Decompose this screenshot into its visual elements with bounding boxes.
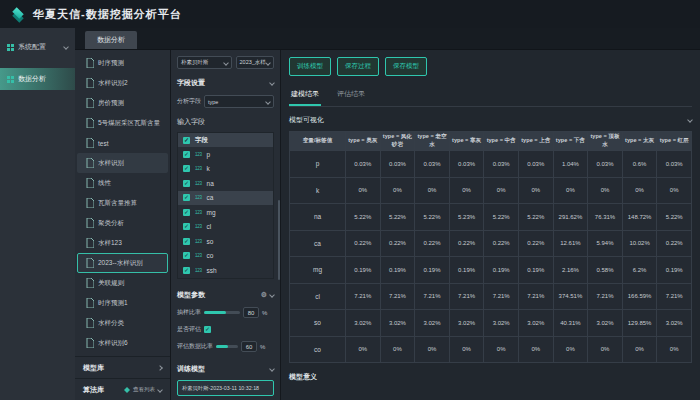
experiment-item[interactable]: 瓦斯含量推算 bbox=[77, 193, 168, 213]
experiment-item[interactable]: 线性 bbox=[77, 173, 168, 193]
field-settings-header[interactable]: 字段设置 bbox=[177, 78, 274, 88]
probability-table: 变量/标签值type = 奥灰type = 风化砂岩type = 老空水type… bbox=[289, 131, 692, 363]
input-fields-label: 输入字段 bbox=[177, 117, 274, 127]
field-checkbox[interactable]: ✓ bbox=[183, 252, 190, 259]
table-cell: 2.16% bbox=[554, 257, 589, 284]
field-row[interactable]: ✓123ssh bbox=[178, 263, 273, 278]
experiment-item[interactable]: 水样分类 bbox=[77, 313, 168, 333]
experiment-item[interactable]: 水样识别 bbox=[77, 153, 168, 173]
field-checkbox[interactable]: ✓ bbox=[183, 267, 190, 274]
experiment-item[interactable]: 聚类分析 bbox=[77, 213, 168, 233]
field-checkbox[interactable]: ✓ bbox=[183, 223, 190, 230]
sampling-ratio-value[interactable]: 80 bbox=[243, 307, 259, 318]
table-column-header: type = 奥灰 bbox=[346, 132, 381, 151]
experiment-item[interactable]: 水样识别2 bbox=[77, 73, 168, 93]
analysis-field-label: 分析字段 bbox=[177, 97, 201, 106]
evaluate-checkbox[interactable]: ✓ bbox=[204, 326, 211, 333]
table-cell: 0% bbox=[623, 178, 658, 205]
document-icon bbox=[86, 198, 94, 208]
field-name: so bbox=[207, 238, 214, 245]
field-name: co bbox=[207, 252, 214, 259]
table-cell: 5.22% bbox=[484, 204, 519, 231]
nav-item-系统配置[interactable]: 系统配置 bbox=[0, 36, 75, 58]
table-column-header: type = 上含 bbox=[519, 132, 554, 151]
table-cell: 3.02% bbox=[381, 310, 416, 337]
document-icon bbox=[86, 298, 94, 308]
experiment-item-label: 5号煤层采区瓦斯含量 bbox=[98, 119, 160, 128]
field-row[interactable]: ✓123cl bbox=[178, 220, 273, 235]
field-checkbox[interactable]: ✓ bbox=[183, 180, 190, 187]
trained-models-header[interactable]: 训练模型 bbox=[177, 364, 274, 374]
field-row[interactable]: ✓123so bbox=[178, 234, 273, 249]
table-column-header: type = 老空水 bbox=[415, 132, 450, 151]
experiment-item[interactable]: 5号煤层采区瓦斯含量 bbox=[77, 113, 168, 133]
experiment-item[interactable]: test bbox=[77, 133, 168, 153]
model-params-header[interactable]: 模型参数 ⚙ bbox=[177, 290, 274, 300]
document-icon bbox=[86, 78, 94, 88]
field-checkbox[interactable]: ✓ bbox=[183, 151, 190, 158]
table-cell: 0.22% bbox=[657, 231, 692, 258]
table-cell: 0.03% bbox=[415, 151, 450, 178]
table-corner-header: 变量/标签值 bbox=[290, 132, 346, 151]
trained-model-item[interactable]: 朴素贝叶斯-2023-03-11 10:32:18 bbox=[177, 380, 274, 396]
table-cell: 0% bbox=[450, 337, 485, 364]
app-header: 华夏天信-数据挖掘分析平台 bbox=[0, 0, 700, 28]
experiment-item[interactable]: 2023--水样识别 bbox=[77, 253, 168, 273]
result-tab-建模结果[interactable]: 建模结果 bbox=[289, 85, 321, 106]
experiment-item[interactable]: 房价预测 bbox=[77, 93, 168, 113]
grid-icon bbox=[7, 44, 14, 51]
document-icon bbox=[86, 278, 94, 288]
sidebar-section-model-library[interactable]: 模型库 bbox=[75, 356, 170, 378]
analysis-field-select[interactable]: type bbox=[204, 95, 274, 108]
chevron-down-icon[interactable] bbox=[687, 117, 693, 123]
field-checkbox[interactable]: ✓ bbox=[183, 209, 190, 216]
table-cell: 3.02% bbox=[657, 310, 692, 337]
dataset-select[interactable]: 2023_水样 bbox=[236, 56, 274, 69]
button-保存模型[interactable]: 保存模型 bbox=[385, 57, 427, 76]
field-row[interactable]: ✓123k bbox=[178, 162, 273, 177]
field-row[interactable]: ✓123mg bbox=[178, 205, 273, 220]
config-scrollbar[interactable] bbox=[278, 200, 280, 280]
select-all-checkbox[interactable]: ✓ bbox=[183, 137, 190, 144]
field-row[interactable]: ✓123p bbox=[178, 147, 273, 162]
input-fields-table: ✓ 字段 ✓123p✓123k✓123na✓123ca✓123mg✓123cl✓… bbox=[177, 132, 274, 279]
algorithm-select[interactable]: 朴素贝叶斯 bbox=[177, 56, 232, 69]
table-cell: 5.22% bbox=[657, 204, 692, 231]
experiment-item[interactable]: 时序预测 bbox=[77, 53, 168, 73]
eval-ratio-value[interactable]: 60 bbox=[241, 341, 257, 352]
tab-data-analysis[interactable]: 数据分析 bbox=[85, 31, 137, 49]
sampling-ratio-slider[interactable] bbox=[204, 311, 240, 314]
result-tab-评估结果[interactable]: 评估结果 bbox=[335, 85, 367, 106]
field-checkbox[interactable]: ✓ bbox=[183, 238, 190, 245]
chevron-down-icon bbox=[269, 80, 275, 86]
numeric-type-icon: 123 bbox=[195, 181, 202, 186]
eval-ratio-slider[interactable] bbox=[216, 345, 238, 348]
table-cell: 0.03% bbox=[588, 151, 623, 178]
field-row[interactable]: ✓123ca bbox=[178, 191, 273, 206]
field-row[interactable]: ✓123na bbox=[178, 176, 273, 191]
table-cell: 0.03% bbox=[346, 151, 381, 178]
field-checkbox[interactable]: ✓ bbox=[183, 165, 190, 172]
table-cell: 0% bbox=[554, 178, 589, 205]
experiment-item[interactable]: 时序预测1 bbox=[77, 293, 168, 313]
table-cell: 0% bbox=[657, 178, 692, 205]
experiment-item-label: 水样识别 bbox=[98, 159, 124, 168]
view-list-icon bbox=[124, 387, 130, 393]
nav-item-数据分析[interactable]: 数据分析 bbox=[0, 68, 75, 90]
experiment-item[interactable]: 关联规则 bbox=[77, 273, 168, 293]
experiment-item[interactable]: 水样识别6 bbox=[77, 333, 168, 353]
button-保存过程[interactable]: 保存过程 bbox=[337, 57, 379, 76]
table-cell: 0.19% bbox=[381, 257, 416, 284]
experiment-item-label: 时序预测 bbox=[98, 59, 124, 68]
table-row-label: co bbox=[290, 337, 346, 364]
field-name: cl bbox=[207, 223, 212, 230]
experiment-item[interactable]: 水样123 bbox=[77, 233, 168, 253]
table-cell: 0.19% bbox=[519, 257, 554, 284]
model-meaning-title: 模型意义 bbox=[289, 372, 692, 382]
field-row[interactable]: ✓123co bbox=[178, 249, 273, 264]
field-checkbox[interactable]: ✓ bbox=[183, 194, 190, 201]
button-训练模型[interactable]: 训练模型 bbox=[289, 57, 331, 76]
experiment-item-label: 瓦斯含量推算 bbox=[98, 199, 137, 208]
sidebar-section-algorithm-library[interactable]: 算法库 查看列表 bbox=[75, 378, 170, 400]
experiment-item-label: 水样识别2 bbox=[98, 79, 128, 88]
